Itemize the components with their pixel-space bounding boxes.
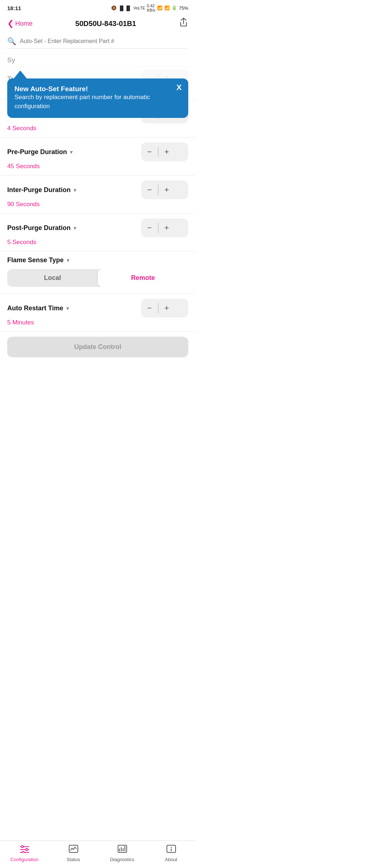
main-content: New Auto-Set Feature! X Search by replac… [0,53,196,396]
auto-restart-label: Auto Restart Time [7,305,63,312]
inter-purge-increment[interactable]: + [159,180,175,199]
inter-purge-value: 90 Seconds [7,201,188,208]
section-label-sy: Sy [0,53,196,66]
search-icon: 🔍 [7,37,16,46]
flame-sense-row: Flame Sense Type ▾ Local Remote [0,251,196,293]
pre-purge-label: Pre-Purge Duration [7,148,67,156]
flame-sense-toggle-group: Local Remote [7,269,188,287]
pre-purge-chevron[interactable]: ▾ [70,149,73,156]
post-purge-label: Post-Purge Duration [7,224,71,232]
flame-sense-remote-button[interactable]: Remote [98,269,188,287]
flame-sense-local-button[interactable]: Local [7,269,98,287]
update-btn-row: Update Control [0,331,196,364]
cellular-icon: 📶 [164,5,170,10]
pre-purge-row: Pre-Purge Duration ▾ − + 45 Seconds [0,137,196,175]
header: ❮ Home 50D50U-843-01B1 [0,14,196,34]
post-purge-value: 5 Seconds [7,239,188,246]
auto-restart-decrement[interactable]: − [141,299,158,318]
auto-restart-value: 5 Minutes [7,319,188,326]
section-sy-text: Sy [7,56,15,64]
inter-purge-decrement[interactable]: − [141,180,158,199]
tooltip-body: Search by replacement part number for au… [14,93,181,111]
volte-icon: VoLTE [134,6,145,10]
battery-icon: 🔋 [172,5,177,10]
pre-purge-stepper[interactable]: − + [141,142,188,161]
pre-purge-increment[interactable]: + [159,142,175,161]
mute-icon: 🔕 [111,5,117,10]
update-control-button[interactable]: Update Control [7,337,188,357]
status-bar: 18:11 🔕 ▐▌▐▌ VoLTE 0.42KB/s 📶 📶 🔋 75% [0,0,196,14]
search-input[interactable] [20,38,188,44]
pre-purge-decrement[interactable]: − [141,142,158,161]
share-button[interactable] [179,17,188,30]
inter-purge-row: Inter-Purge Duration ▾ − + 90 Seconds [0,175,196,213]
post-purge-increment[interactable]: + [159,218,175,237]
status-time: 18:11 [7,5,21,11]
flame-sense-chevron[interactable]: ▾ [67,257,70,264]
auto-restart-row: Auto Restart Time ▾ − + 5 Minutes [0,293,196,331]
inter-purge-chevron[interactable]: ▾ [73,187,76,193]
tooltip-title: New Auto-Set Feature! [14,85,88,93]
back-label: Home [15,20,33,27]
battery-percent: 75% [179,5,188,11]
post-purge-row: Post-Purge Duration ▾ − + 5 Seconds [0,213,196,251]
tooltip-arrow [14,71,27,78]
flame-sense-label: Flame Sense Type [7,256,64,264]
post-purge-decrement[interactable]: − [141,218,158,237]
trial-ignition-value: 4 Seconds [7,125,188,132]
signal-icon: ▐▌▐▌ [118,5,132,11]
back-button[interactable]: ❮ Home [7,19,33,28]
search-bar: 🔍 [7,37,188,49]
chevron-left-icon: ❮ [7,19,14,28]
post-purge-chevron[interactable]: ▾ [73,225,76,231]
tooltip-close-button[interactable]: X [176,84,182,92]
wifi-icon: 📶 [157,5,163,10]
tooltip-overlay: New Auto-Set Feature! X Search by replac… [7,71,188,118]
data-speed: 0.42KB/s [147,4,155,12]
tooltip-box: New Auto-Set Feature! X Search by replac… [7,78,188,118]
inter-purge-label: Inter-Purge Duration [7,186,71,194]
auto-restart-stepper[interactable]: − + [141,299,188,318]
auto-restart-increment[interactable]: + [159,299,175,318]
post-purge-stepper[interactable]: − + [141,218,188,237]
page-title: 50D50U-843-01B1 [75,20,136,28]
auto-restart-chevron[interactable]: ▾ [66,305,69,312]
inter-purge-stepper[interactable]: − + [141,180,188,199]
pre-purge-value: 45 Seconds [7,163,188,170]
status-icons: 🔕 ▐▌▐▌ VoLTE 0.42KB/s 📶 📶 🔋 75% [111,4,188,12]
